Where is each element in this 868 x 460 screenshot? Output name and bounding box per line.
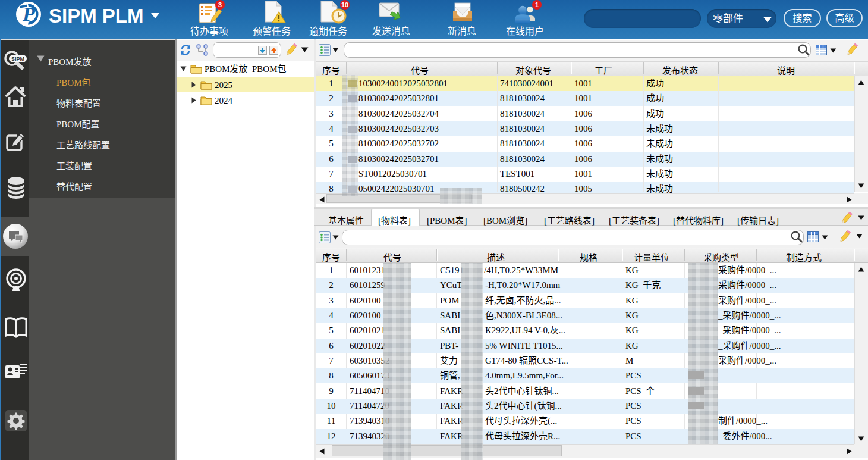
svg-text:SIPM: SIPM: [11, 56, 24, 62]
